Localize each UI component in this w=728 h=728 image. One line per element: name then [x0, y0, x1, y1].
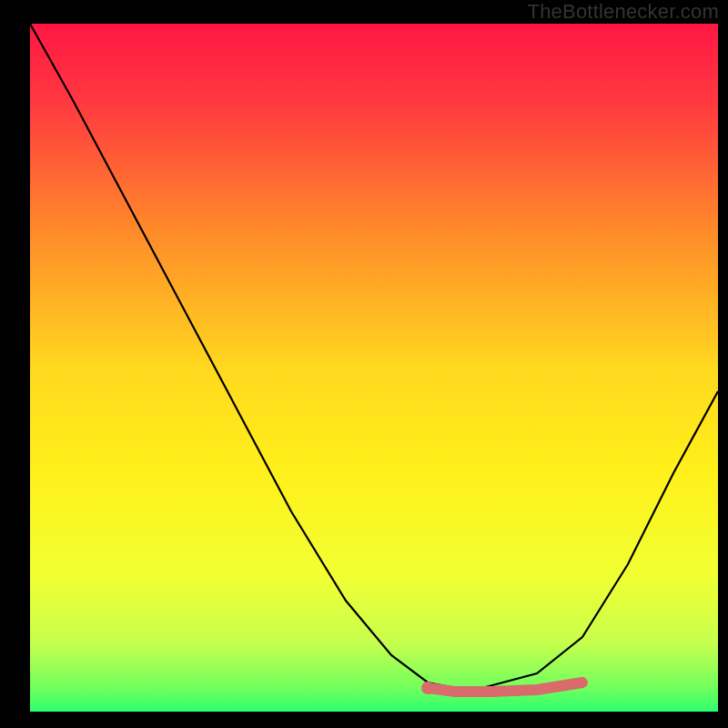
chart-frame: TheBottleneсker.com: [0, 0, 728, 728]
plot-background: [30, 24, 718, 712]
optimal-start-marker: [421, 682, 434, 694]
watermark-text: TheBottleneсker.com: [528, 0, 719, 24]
chart-svg: [0, 0, 728, 728]
